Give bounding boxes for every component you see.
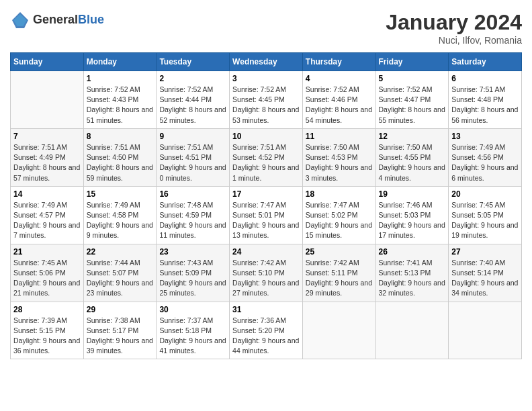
day-info: Sunrise: 7:41 AMSunset: 5:13 PMDaylight:… (379, 258, 446, 299)
header-wednesday: Wednesday (230, 53, 303, 71)
day-number: 14 (13, 189, 81, 199)
day-info: Sunrise: 7:43 AMSunset: 5:09 PMDaylight:… (159, 258, 226, 299)
day-cell: 16Sunrise: 7:48 AMSunset: 4:59 PMDayligh… (157, 186, 230, 244)
day-number: 12 (379, 132, 446, 141)
calendar-body: 1Sunrise: 7:52 AMSunset: 4:43 PMDaylight… (11, 71, 522, 359)
calendar-location: Nuci, Ilfov, Romania (386, 35, 522, 46)
week-row-5: 28Sunrise: 7:39 AMSunset: 5:15 PMDayligh… (11, 302, 522, 359)
logo-general: GeneralBlue (33, 13, 104, 27)
week-row-2: 7Sunrise: 7:51 AMSunset: 4:49 PMDaylight… (11, 128, 522, 186)
day-cell (375, 302, 449, 359)
day-number: 23 (159, 247, 226, 257)
day-info: Sunrise: 7:47 AMSunset: 5:01 PMDaylight:… (232, 200, 300, 241)
day-info: Sunrise: 7:51 AMSunset: 4:52 PMDaylight:… (232, 142, 300, 183)
day-number: 19 (379, 189, 446, 199)
day-info: Sunrise: 7:52 AMSunset: 4:46 PMDaylight:… (306, 85, 373, 126)
logo-icon (10, 10, 30, 30)
day-cell: 5Sunrise: 7:52 AMSunset: 4:47 PMDaylight… (375, 71, 449, 129)
day-number: 30 (159, 305, 226, 314)
day-info: Sunrise: 7:42 AMSunset: 5:10 PMDaylight:… (232, 258, 300, 299)
day-cell: 30Sunrise: 7:37 AMSunset: 5:18 PMDayligh… (157, 302, 230, 359)
day-cell: 15Sunrise: 7:49 AMSunset: 4:58 PMDayligh… (83, 186, 157, 244)
logo: GeneralBlue (10, 10, 104, 30)
day-number: 31 (232, 305, 300, 314)
day-cell: 25Sunrise: 7:42 AMSunset: 5:11 PMDayligh… (302, 244, 375, 302)
day-number: 27 (451, 247, 519, 257)
day-cell (449, 302, 522, 359)
day-cell: 29Sunrise: 7:38 AMSunset: 5:17 PMDayligh… (83, 302, 157, 359)
day-cell: 2Sunrise: 7:52 AMSunset: 4:44 PMDaylight… (157, 71, 230, 129)
calendar-title: January 2024 (386, 10, 522, 35)
day-number: 26 (379, 247, 446, 257)
day-info: Sunrise: 7:37 AMSunset: 5:18 PMDaylight:… (159, 316, 226, 357)
day-cell: 21Sunrise: 7:45 AMSunset: 5:06 PMDayligh… (11, 244, 84, 302)
day-number: 9 (159, 132, 226, 141)
day-cell: 17Sunrise: 7:47 AMSunset: 5:01 PMDayligh… (230, 186, 303, 244)
day-info: Sunrise: 7:48 AMSunset: 4:59 PMDaylight:… (159, 200, 226, 241)
day-cell: 13Sunrise: 7:49 AMSunset: 4:56 PMDayligh… (449, 128, 522, 186)
day-info: Sunrise: 7:51 AMSunset: 4:50 PMDaylight:… (87, 142, 154, 183)
day-info: Sunrise: 7:38 AMSunset: 5:17 PMDaylight:… (87, 316, 154, 357)
day-cell: 20Sunrise: 7:45 AMSunset: 5:05 PMDayligh… (449, 186, 522, 244)
calendar-table: SundayMondayTuesdayWednesdayThursdayFrid… (10, 52, 522, 359)
day-cell: 14Sunrise: 7:49 AMSunset: 4:57 PMDayligh… (11, 186, 84, 244)
day-number: 3 (232, 74, 300, 83)
day-number: 11 (306, 132, 373, 141)
day-number: 10 (232, 132, 300, 141)
day-info: Sunrise: 7:51 AMSunset: 4:48 PMDaylight:… (451, 85, 519, 126)
day-number: 22 (87, 247, 154, 257)
day-info: Sunrise: 7:36 AMSunset: 5:20 PMDaylight:… (232, 316, 300, 357)
day-info: Sunrise: 7:51 AMSunset: 4:51 PMDaylight:… (159, 142, 226, 183)
day-info: Sunrise: 7:42 AMSunset: 5:11 PMDaylight:… (306, 258, 373, 299)
day-cell: 10Sunrise: 7:51 AMSunset: 4:52 PMDayligh… (230, 128, 303, 186)
header-thursday: Thursday (302, 53, 375, 71)
day-cell: 3Sunrise: 7:52 AMSunset: 4:45 PMDaylight… (230, 71, 303, 129)
header-saturday: Saturday (449, 53, 522, 71)
day-info: Sunrise: 7:47 AMSunset: 5:02 PMDaylight:… (306, 200, 373, 241)
day-cell: 23Sunrise: 7:43 AMSunset: 5:09 PMDayligh… (157, 244, 230, 302)
header-sunday: Sunday (11, 53, 84, 71)
day-number: 28 (13, 305, 81, 314)
day-cell: 18Sunrise: 7:47 AMSunset: 5:02 PMDayligh… (302, 186, 375, 244)
day-cell: 26Sunrise: 7:41 AMSunset: 5:13 PMDayligh… (375, 244, 449, 302)
day-number: 29 (87, 305, 154, 314)
week-row-1: 1Sunrise: 7:52 AMSunset: 4:43 PMDaylight… (11, 71, 522, 129)
day-number: 20 (451, 189, 519, 199)
day-cell: 6Sunrise: 7:51 AMSunset: 4:48 PMDaylight… (449, 71, 522, 129)
day-number: 18 (306, 189, 373, 199)
day-info: Sunrise: 7:51 AMSunset: 4:49 PMDaylight:… (13, 142, 81, 183)
day-cell: 12Sunrise: 7:50 AMSunset: 4:55 PMDayligh… (375, 128, 449, 186)
day-number: 15 (87, 189, 154, 199)
day-info: Sunrise: 7:52 AMSunset: 4:44 PMDaylight:… (159, 85, 226, 126)
day-cell: 1Sunrise: 7:52 AMSunset: 4:43 PMDaylight… (83, 71, 157, 129)
day-info: Sunrise: 7:52 AMSunset: 4:45 PMDaylight:… (232, 85, 300, 126)
day-cell: 9Sunrise: 7:51 AMSunset: 4:51 PMDaylight… (157, 128, 230, 186)
header-monday: Monday (83, 53, 157, 71)
day-cell (11, 71, 84, 129)
day-info: Sunrise: 7:39 AMSunset: 5:15 PMDaylight:… (13, 316, 81, 357)
day-info: Sunrise: 7:49 AMSunset: 4:58 PMDaylight:… (87, 200, 154, 241)
day-number: 21 (13, 247, 81, 257)
day-info: Sunrise: 7:45 AMSunset: 5:06 PMDaylight:… (13, 258, 81, 299)
day-info: Sunrise: 7:49 AMSunset: 4:56 PMDaylight:… (451, 142, 519, 183)
day-number: 25 (306, 247, 373, 257)
day-info: Sunrise: 7:50 AMSunset: 4:55 PMDaylight:… (379, 142, 446, 183)
day-number: 7 (13, 132, 81, 141)
day-cell: 8Sunrise: 7:51 AMSunset: 4:50 PMDaylight… (83, 128, 157, 186)
day-number: 5 (379, 74, 446, 83)
day-info: Sunrise: 7:40 AMSunset: 5:14 PMDaylight:… (451, 258, 519, 299)
day-cell: 11Sunrise: 7:50 AMSunset: 4:53 PMDayligh… (302, 128, 375, 186)
day-cell: 31Sunrise: 7:36 AMSunset: 5:20 PMDayligh… (230, 302, 303, 359)
day-number: 6 (451, 74, 519, 83)
day-cell (302, 302, 375, 359)
day-info: Sunrise: 7:46 AMSunset: 5:03 PMDaylight:… (379, 200, 446, 241)
week-row-4: 21Sunrise: 7:45 AMSunset: 5:06 PMDayligh… (11, 244, 522, 302)
header-tuesday: Tuesday (157, 53, 230, 71)
header-friday: Friday (375, 53, 449, 71)
day-number: 16 (159, 189, 226, 199)
day-cell: 28Sunrise: 7:39 AMSunset: 5:15 PMDayligh… (11, 302, 84, 359)
calendar-header-row: SundayMondayTuesdayWednesdayThursdayFrid… (11, 53, 522, 71)
day-cell: 22Sunrise: 7:44 AMSunset: 5:07 PMDayligh… (83, 244, 157, 302)
day-cell: 7Sunrise: 7:51 AMSunset: 4:49 PMDaylight… (11, 128, 84, 186)
day-info: Sunrise: 7:50 AMSunset: 4:53 PMDaylight:… (306, 142, 373, 183)
